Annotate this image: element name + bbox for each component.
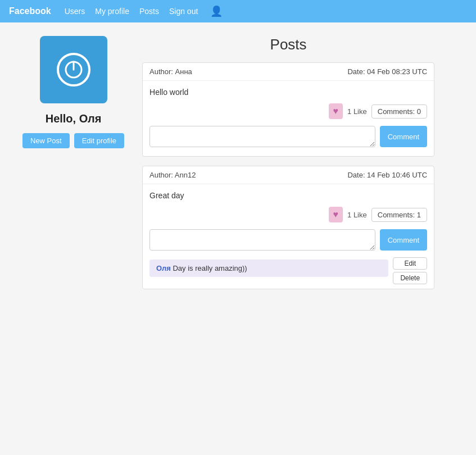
comment-edit-buttons: Edit Delete bbox=[393, 257, 427, 284]
post-body: Hello world ♥ 1 Like Comments: 0 Comment bbox=[143, 81, 434, 156]
post-text: Great day bbox=[149, 191, 427, 200]
nav-sign-out[interactable]: Sign out bbox=[169, 7, 198, 16]
comment-input[interactable] bbox=[149, 126, 375, 147]
comment-body: Day is really amazing)) bbox=[171, 264, 247, 272]
comment-input-row: Comment bbox=[149, 229, 427, 255]
posts-title: Posts bbox=[142, 36, 434, 53]
comment-input-row: Comment bbox=[149, 126, 427, 152]
avatar-icon-ring bbox=[57, 53, 90, 87]
main-area: Posts Author: Анна Date: 04 Feb 08:23 UT… bbox=[142, 36, 434, 298]
comment-text: Оля Day is really amazing)) bbox=[156, 264, 247, 272]
post-date: Date: 14 Feb 10:46 UTC bbox=[347, 171, 427, 179]
like-count: 1 Like bbox=[347, 107, 367, 116]
post-card: Author: Анна Date: 04 Feb 08:23 UTC Hell… bbox=[142, 62, 434, 157]
comment-item: Оля Day is really amazing)) bbox=[149, 260, 388, 277]
nav-posts[interactable]: Posts bbox=[139, 7, 159, 16]
post-date: Date: 04 Feb 08:23 UTC bbox=[347, 67, 427, 76]
like-count: 1 Like bbox=[347, 211, 367, 219]
brand-logo: Facebook bbox=[9, 6, 51, 16]
avatar bbox=[40, 36, 107, 103]
edit-profile-button[interactable]: Edit profile bbox=[74, 133, 124, 148]
comment-button[interactable]: Comment bbox=[380, 229, 427, 251]
navbar: Facebook Users My profile Posts Sign out… bbox=[0, 0, 476, 22]
post-actions: ♥ 1 Like Comments: 1 bbox=[149, 207, 427, 222]
sidebar: Hello, Оля New Post Edit profile bbox=[22, 36, 124, 298]
page-content: Hello, Оля New Post Edit profile Posts A… bbox=[0, 22, 476, 312]
edit-comment-button[interactable]: Edit bbox=[393, 257, 427, 270]
comment-input[interactable] bbox=[149, 229, 375, 251]
post-author: Author: Анна bbox=[149, 67, 192, 76]
comments-count: Comments: 1 bbox=[371, 208, 427, 222]
comment-item-row: Оля Day is really amazing)) Edit Delete bbox=[149, 257, 427, 284]
sidebar-buttons: New Post Edit profile bbox=[22, 133, 124, 148]
user-icon: 👤 bbox=[210, 5, 223, 17]
post-body: Great day ♥ 1 Like Comments: 1 Comment О… bbox=[143, 184, 434, 289]
post-author: Author: Ann12 bbox=[149, 171, 196, 179]
nav-users[interactable]: Users bbox=[65, 7, 85, 16]
post-text: Hello world bbox=[149, 88, 427, 97]
comment-author: Оля bbox=[156, 264, 171, 272]
delete-comment-button[interactable]: Delete bbox=[393, 272, 427, 284]
new-post-button[interactable]: New Post bbox=[22, 133, 70, 148]
like-button[interactable]: ♥ bbox=[329, 103, 343, 119]
comments-count: Comments: 0 bbox=[371, 104, 427, 119]
power-icon bbox=[64, 60, 84, 80]
post-header: Author: Анна Date: 04 Feb 08:23 UTC bbox=[143, 63, 434, 81]
comment-button[interactable]: Comment bbox=[380, 126, 427, 147]
user-greeting: Hello, Оля bbox=[46, 112, 102, 125]
post-card: Author: Ann12 Date: 14 Feb 10:46 UTC Gre… bbox=[142, 166, 434, 289]
post-actions: ♥ 1 Like Comments: 0 bbox=[149, 103, 427, 119]
nav-my-profile[interactable]: My profile bbox=[95, 7, 129, 16]
post-header: Author: Ann12 Date: 14 Feb 10:46 UTC bbox=[143, 166, 434, 184]
like-button[interactable]: ♥ bbox=[329, 207, 343, 222]
